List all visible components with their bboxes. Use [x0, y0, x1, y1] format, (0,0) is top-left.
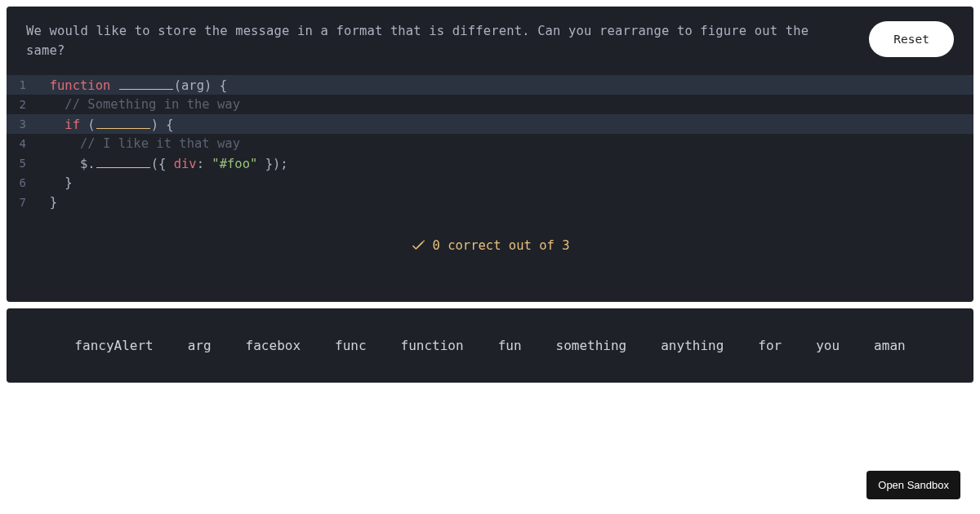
colon: :	[197, 157, 212, 171]
arg-name: arg	[181, 78, 204, 93]
code-content: // I like it that way	[34, 134, 240, 153]
string-literal: "#foo"	[212, 157, 257, 171]
dollar: $.	[80, 157, 96, 171]
keyword-if: if	[65, 117, 80, 132]
args-open: ({	[151, 157, 174, 171]
blank-slot[interactable]	[96, 114, 150, 129]
word-chip[interactable]: for	[758, 338, 782, 353]
paren-close: )	[204, 78, 212, 93]
line-number: 4	[7, 134, 34, 153]
progress-bar: 0 correct out of 3	[7, 212, 973, 253]
prompt-text: We would like to store the message in a …	[26, 21, 853, 60]
word-chip[interactable]: facebox	[246, 338, 301, 353]
paren-close: )	[151, 117, 158, 132]
comment: // Something in the way	[65, 97, 240, 112]
blank-slot[interactable]	[96, 153, 150, 168]
word-chip[interactable]: function	[401, 338, 464, 353]
blank-slot[interactable]	[119, 75, 173, 90]
code-content: function (arg) {	[34, 75, 227, 95]
word-chip[interactable]: fancyAlert	[74, 338, 153, 353]
brace-open: {	[212, 78, 227, 93]
keyword-function: function	[50, 78, 111, 93]
attr-name: div	[174, 157, 197, 171]
code-line-2: 2 // Something in the way	[7, 95, 973, 114]
paren-open: (	[80, 117, 96, 132]
reset-button[interactable]: Reset	[869, 21, 954, 57]
code-editor: 1 function (arg) { 2 // Something in the…	[7, 75, 973, 212]
word-chip[interactable]: you	[816, 338, 840, 353]
code-content: // Something in the way	[34, 95, 240, 114]
exercise-panel: We would like to store the message in a …	[7, 7, 973, 302]
comment: // I like it that way	[80, 136, 240, 151]
word-chip[interactable]: func	[335, 338, 367, 353]
word-bank: fancyAlert arg facebox func function fun…	[7, 308, 973, 383]
word-chip[interactable]: arg	[188, 338, 212, 353]
code-content: $.({ div: "#foo" });	[34, 153, 288, 174]
code-line-1: 1 function (arg) {	[7, 75, 973, 95]
line-number: 3	[7, 114, 34, 134]
word-chip[interactable]: fun	[498, 338, 522, 353]
code-line-7: 7 }	[7, 193, 973, 212]
code-content: }	[34, 173, 73, 193]
word-chip[interactable]: something	[556, 338, 627, 353]
header: We would like to store the message in a …	[7, 7, 973, 75]
check-icon	[411, 239, 425, 253]
progress-text: 0 correct out of 3	[433, 238, 570, 253]
line-number: 2	[7, 95, 34, 114]
line-number: 6	[7, 173, 34, 193]
code-line-6: 6 }	[7, 173, 973, 193]
word-chip[interactable]: aman	[874, 338, 906, 353]
line-number: 7	[7, 193, 34, 212]
brace-close: }	[65, 175, 72, 190]
brace-open: {	[158, 117, 174, 132]
code-line-3: 3 if () {	[7, 114, 973, 134]
code-content: }	[34, 193, 57, 212]
open-sandbox-button[interactable]: Open Sandbox	[866, 471, 960, 499]
code-line-5: 5 $.({ div: "#foo" });	[7, 153, 973, 173]
code-content: if () {	[34, 114, 174, 135]
args-close: });	[257, 157, 287, 171]
line-number: 5	[7, 153, 34, 173]
brace-close: }	[50, 195, 57, 210]
word-chip[interactable]: anything	[661, 338, 724, 353]
paren-open: (	[174, 78, 181, 93]
line-number: 1	[7, 75, 34, 95]
code-line-4: 4 // I like it that way	[7, 134, 973, 153]
